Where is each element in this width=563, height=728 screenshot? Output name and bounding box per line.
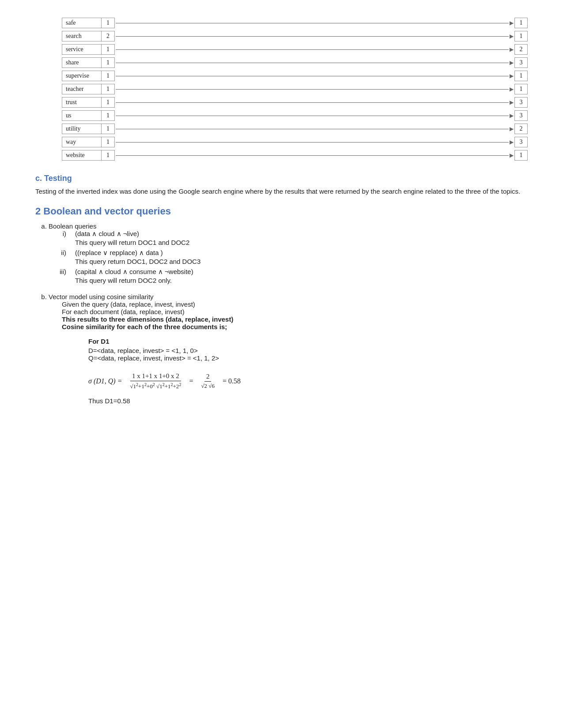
index-doc: 3: [514, 97, 528, 108]
formula-sigma: σ (D1, Q) =: [88, 377, 122, 385]
index-freq: 1: [102, 137, 115, 147]
arrow-shaft: [116, 142, 509, 143]
index-row: us 1 ▶ 3: [62, 110, 528, 121]
index-arrow: ▶: [115, 57, 514, 68]
formula-fraction: 1 x 1+1 x 1+0 x 2 √12+12+02 √12+12+22: [128, 372, 183, 390]
index-word: website: [62, 150, 102, 161]
index-freq: 1: [102, 110, 115, 121]
formula-denominator: √12+12+02 √12+12+22: [128, 381, 183, 390]
index-arrow: ▶: [115, 110, 514, 121]
section-c-body: Testing of the inverted index was done u…: [35, 187, 528, 197]
index-row: share 1 ▶ 3: [62, 57, 528, 68]
index-freq: 1: [102, 18, 115, 28]
section-c-heading: c. Testing: [35, 174, 528, 183]
query-result: This query will return DOC2 only.: [75, 277, 528, 284]
formula-den-left: √12+12+02: [130, 383, 155, 390]
arrow-head: ▶: [510, 99, 514, 106]
index-word: teacher: [62, 84, 102, 94]
index-word: safe: [62, 18, 102, 28]
index-word: utility: [62, 124, 102, 134]
index-freq: 1: [102, 150, 115, 161]
index-arrow: ▶: [115, 150, 514, 161]
arrow-head: ▶: [510, 33, 514, 40]
index-arrow: ▶: [115, 44, 514, 55]
vector-line-1: Given the query (data, replace, invest, …: [62, 300, 528, 308]
index-freq: 1: [102, 97, 115, 108]
formula-den-right: √12+12+22: [156, 383, 181, 390]
formula-numerator: 1 x 1+1 x 1+0 x 2: [130, 372, 181, 381]
section-2: 2 Boolean and vector queries Boolean que…: [35, 206, 528, 405]
for-d1-label: For D1: [88, 338, 528, 345]
query-content: (capital ∧ cloud ∧ consume ∧ ¬website) T…: [75, 268, 528, 284]
formula-simplified-num: 2: [204, 373, 212, 382]
query-content: (data ∧ cloud ∧ ¬live) This query will r…: [75, 230, 528, 246]
list-item-a: Boolean queries i) (data ∧ cloud ∧ ¬live…: [49, 222, 528, 284]
index-doc: 1: [514, 31, 528, 41]
arrow-head: ▶: [510, 46, 514, 53]
vector-section: Given the query (data, replace, invest, …: [62, 300, 528, 330]
arrow-head: ▶: [510, 86, 514, 93]
arrow-head: ▶: [510, 113, 514, 119]
index-doc: 1: [514, 18, 528, 28]
index-arrow: ▶: [115, 84, 514, 94]
arrow-shaft: [116, 155, 509, 156]
arrow-shaft: [116, 89, 509, 90]
roman-numeral: iii): [53, 268, 66, 284]
index-arrow: ▶: [115, 137, 514, 147]
index-arrow: ▶: [115, 31, 514, 41]
arrow-shaft: [116, 49, 509, 50]
index-doc: 1: [514, 150, 528, 161]
index-row: way 1 ▶ 3: [62, 137, 528, 147]
query-result: This query return DOC1, DOC2 and DOC3: [75, 258, 528, 265]
arrow-shaft: [116, 36, 509, 37]
section-c: c. Testing Testing of the inverted index…: [35, 174, 528, 197]
index-row: teacher 1 ▶ 1: [62, 84, 528, 94]
arrow-shaft: [116, 116, 509, 116]
index-word: us: [62, 110, 102, 121]
index-row: utility 1 ▶ 2: [62, 124, 528, 134]
main-list: Boolean queries i) (data ∧ cloud ∧ ¬live…: [49, 222, 528, 405]
index-row: safe 1 ▶ 1: [62, 18, 528, 28]
index-table: safe 1 ▶ 1 search 2 ▶ 1 service 1 ▶ 2: [62, 18, 528, 161]
index-doc: 1: [514, 71, 528, 81]
index-doc: 2: [514, 44, 528, 55]
formula-block: σ (D1, Q) = 1 x 1+1 x 1+0 x 2 √12+12+02 …: [88, 372, 528, 390]
index-freq: 2: [102, 31, 115, 41]
index-row: supervise 1 ▶ 1: [62, 71, 528, 81]
boolean-query-item: i) (data ∧ cloud ∧ ¬live) This query wil…: [53, 230, 528, 246]
index-row: service 1 ▶ 2: [62, 44, 528, 55]
roman-numeral: i): [53, 230, 66, 246]
section-2-heading: 2 Boolean and vector queries: [35, 206, 528, 217]
d1-line2: Q=<data, replace, invest, invest> = <1, …: [88, 354, 528, 362]
arrow-shaft: [116, 63, 509, 63]
arrow-shaft: [116, 76, 509, 76]
arrow-shaft: [116, 102, 509, 103]
arrow-head: ▶: [510, 152, 514, 159]
query-content: ((replace ∨ repplace) ∧ data ) This quer…: [75, 249, 528, 265]
index-freq: 1: [102, 57, 115, 68]
arrow-shaft: [116, 129, 509, 129]
index-freq: 1: [102, 84, 115, 94]
arrow-head: ▶: [510, 139, 514, 146]
index-arrow: ▶: [115, 71, 514, 81]
arrow-head: ▶: [510, 20, 514, 26]
index-word: share: [62, 57, 102, 68]
index-freq: 1: [102, 71, 115, 81]
index-doc: 2: [514, 124, 528, 134]
index-doc: 3: [514, 110, 528, 121]
index-freq: 1: [102, 44, 115, 55]
formula-simplified: 2 √2 √6: [199, 373, 216, 390]
arrow-head: ▶: [510, 60, 514, 66]
index-doc: 3: [514, 137, 528, 147]
for-d1-block: For D1 D=<data, replace, invest> = <1, 1…: [88, 338, 528, 362]
index-row: trust 1 ▶ 3: [62, 97, 528, 108]
boolean-query-item: ii) ((replace ∨ repplace) ∧ data ) This …: [53, 249, 528, 265]
arrow-shaft: [116, 23, 509, 23]
arrow-head: ▶: [510, 126, 514, 132]
index-word: search: [62, 31, 102, 41]
roman-numeral: ii): [53, 249, 66, 265]
formula-equals-1: =: [189, 377, 193, 385]
index-row: search 2 ▶ 1: [62, 31, 528, 41]
vector-line-2: For each document (data, replace, invest…: [62, 308, 528, 315]
index-arrow: ▶: [115, 97, 514, 108]
